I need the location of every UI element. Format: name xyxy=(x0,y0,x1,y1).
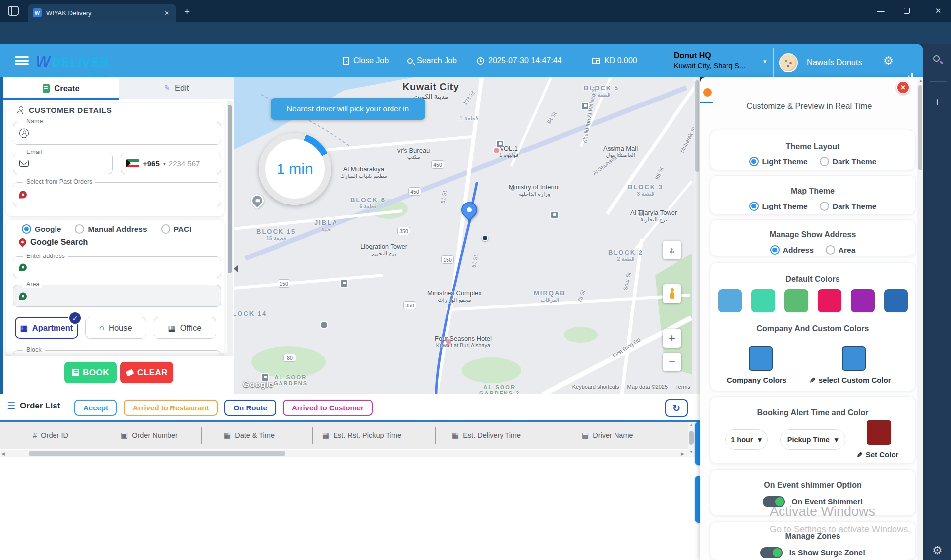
enter-address-field[interactable]: Enter address xyxy=(13,256,221,278)
surge-zone-toggle[interactable] xyxy=(760,547,783,558)
color-swatch[interactable] xyxy=(784,289,808,312)
map-pan-control[interactable] xyxy=(663,241,681,259)
map-zoom-out-button[interactable]: − xyxy=(663,353,681,371)
radio-area[interactable]: Area xyxy=(826,245,855,255)
phone-country-code[interactable]: +965 xyxy=(143,159,160,168)
type-office-button[interactable]: ▦ Office xyxy=(154,317,216,339)
merchant-avatar[interactable] xyxy=(779,53,798,72)
branch-selector[interactable]: Donut HQ Kuwait City, Sharq S... xyxy=(668,48,774,77)
color-swatch[interactable] xyxy=(818,289,841,312)
clear-button[interactable]: CLEAR xyxy=(120,362,173,383)
map[interactable]: 45045035015035015080 Kuwait City مدينة ا… xyxy=(234,77,694,394)
radio-icon[interactable] xyxy=(820,202,829,211)
table-column-header[interactable]: ▦ Est. Delivery Time xyxy=(452,422,521,449)
radio-map-dark-theme[interactable]: Dark Theme xyxy=(820,202,877,211)
keyboard-shortcuts-link[interactable]: Keyboard shortcuts xyxy=(572,384,619,390)
terms-link[interactable]: Terms xyxy=(675,384,690,390)
map-zoom-in-button[interactable]: + xyxy=(663,329,681,348)
past-orders-field[interactable]: Select from Past Orders xyxy=(13,182,221,206)
radio-icon[interactable] xyxy=(749,202,759,211)
radio-dark-theme[interactable]: Dark Theme xyxy=(820,157,877,166)
radio-icon[interactable] xyxy=(22,224,31,234)
name-field[interactable]: Name xyxy=(13,122,221,145)
shimmer-toggle[interactable] xyxy=(763,496,785,507)
book-button[interactable]: BOOK xyxy=(64,362,117,383)
custom-color-swatch[interactable] xyxy=(842,346,866,371)
company-color-swatch[interactable] xyxy=(749,346,773,371)
header-balance[interactable]: KD 0.000 xyxy=(592,56,637,65)
type-house-button[interactable]: ⌂ House xyxy=(85,317,146,339)
status-filter-button[interactable]: On Route xyxy=(224,400,276,416)
search-job-button[interactable]: Search Job xyxy=(407,56,457,65)
settings-gear-icon[interactable]: ⚙ xyxy=(883,54,894,68)
chevron-down-icon[interactable]: ▾ xyxy=(163,161,166,166)
order-list-refresh-button[interactable]: ↻ xyxy=(665,399,688,417)
radio-icon[interactable] xyxy=(820,157,829,166)
panel-resize-handle[interactable] xyxy=(234,265,238,272)
sidebar-add-icon[interactable]: + xyxy=(934,95,941,109)
color-swatch[interactable] xyxy=(851,289,875,312)
panel-close-button[interactable]: ✕ xyxy=(896,81,910,94)
panel-scrollbar-thumb[interactable] xyxy=(228,105,232,273)
alert-type-select[interactable]: Pickup Time▾ xyxy=(780,429,845,450)
select-custom-color-button[interactable]: ✎select Custom Color xyxy=(809,376,891,384)
radio-icon[interactable] xyxy=(161,224,170,234)
alert-color-swatch[interactable] xyxy=(867,420,891,445)
radio-paci[interactable]: PACI xyxy=(161,224,192,234)
content-scrollbar[interactable] xyxy=(694,77,700,394)
sidebar-search-icon[interactable] xyxy=(933,55,940,62)
table-column-header[interactable]: ▦ Date & Time xyxy=(224,422,275,449)
tab-create[interactable]: Create xyxy=(3,77,119,99)
scroll-right-arrow[interactable]: ▶ xyxy=(681,451,684,456)
radio-icon[interactable] xyxy=(749,157,759,166)
status-filter-button[interactable]: Arrived to Restaurant xyxy=(124,400,218,416)
scroll-down-arrow[interactable]: ▼ xyxy=(689,450,693,454)
street-view-pegman[interactable] xyxy=(663,284,681,303)
panel-divider xyxy=(700,123,917,123)
email-field[interactable]: Email xyxy=(13,153,113,174)
tab-edit[interactable]: ✎ Edit xyxy=(119,77,234,99)
color-swatch[interactable] xyxy=(884,289,908,312)
scroll-up-arrow[interactable]: ▲ xyxy=(689,423,693,427)
set-color-button[interactable]: ✎Set Color xyxy=(856,450,898,458)
window-close-button[interactable]: ✕ xyxy=(933,6,943,15)
table-column-header[interactable]: ▤ Driver Name xyxy=(582,422,633,449)
menu-hamburger-icon[interactable] xyxy=(15,56,29,65)
area-field[interactable]: Area xyxy=(13,285,221,307)
close-job-button[interactable]: Close Job xyxy=(343,56,389,65)
workspace-icon[interactable] xyxy=(8,6,19,16)
radio-icon[interactable] xyxy=(75,224,84,234)
panel-scrollbar-thumb[interactable] xyxy=(918,85,922,170)
status-filter-button[interactable]: Accept xyxy=(74,400,117,416)
chevron-down-icon[interactable]: ▾ xyxy=(763,58,767,65)
radio-light-theme[interactable]: Light Theme xyxy=(749,157,808,166)
color-swatch[interactable] xyxy=(718,289,742,312)
window-maximize-button[interactable] xyxy=(904,8,910,14)
radio-map-light-theme[interactable]: Light Theme xyxy=(749,202,808,211)
radio-google[interactable]: Google xyxy=(22,224,61,234)
content-scrollbar-thumb[interactable] xyxy=(695,80,699,172)
status-filter-button[interactable]: Arrived to Customer xyxy=(283,400,373,416)
alert-time-select[interactable]: 1 hour▾ xyxy=(725,429,768,450)
browser-tab[interactable]: W WIYAK Delivery ✕ xyxy=(28,4,176,22)
kuwait-flag-icon[interactable] xyxy=(126,159,139,167)
color-swatch[interactable] xyxy=(751,289,775,312)
radio-icon[interactable] xyxy=(770,245,780,255)
table-column-header[interactable]: ▦ Est. Rst. Pickup Time xyxy=(322,422,401,449)
table-hscroll-thumb[interactable] xyxy=(29,451,285,456)
table-vscroll-thumb[interactable] xyxy=(689,431,694,445)
new-tab-button[interactable]: + xyxy=(184,6,190,17)
radio-address[interactable]: Address xyxy=(770,245,814,255)
window-minimize-button[interactable]: — xyxy=(876,6,886,15)
scroll-left-arrow[interactable]: ◀ xyxy=(1,451,5,456)
table-column-header[interactable]: # Order ID xyxy=(33,422,68,449)
radio-icon[interactable] xyxy=(826,245,835,255)
theme-tab-icon[interactable] xyxy=(703,88,712,97)
tab-close-icon[interactable]: ✕ xyxy=(162,8,171,18)
scroll-up-arrow[interactable]: ▲ xyxy=(919,78,923,83)
map-label: Liberation Tower برج التحرير xyxy=(360,243,407,256)
phone-field[interactable]: +965 ▾ 2234 567 xyxy=(121,153,221,174)
sidebar-settings-icon[interactable]: ⚙ xyxy=(932,544,943,557)
radio-manual-address[interactable]: Manual Address xyxy=(75,224,147,234)
table-column-header[interactable]: ▣ Order Number xyxy=(121,422,178,449)
